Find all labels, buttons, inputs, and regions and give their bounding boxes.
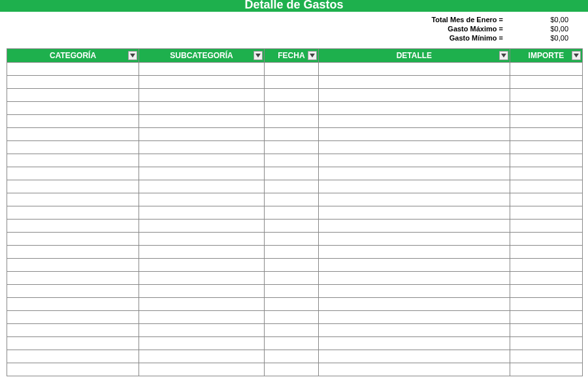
table-cell[interactable]: [139, 180, 265, 193]
filter-button[interactable]: [308, 51, 317, 60]
table-cell[interactable]: [510, 63, 582, 76]
table-cell[interactable]: [7, 350, 139, 363]
table-cell[interactable]: [7, 220, 139, 233]
table-cell[interactable]: [265, 246, 319, 259]
table-cell[interactable]: [7, 311, 139, 324]
table-cell[interactable]: [139, 167, 265, 180]
table-cell[interactable]: [510, 76, 582, 89]
table-cell[interactable]: [265, 89, 319, 102]
table-cell[interactable]: [510, 285, 582, 298]
table-cell[interactable]: [139, 233, 265, 246]
table-cell[interactable]: [318, 233, 510, 246]
table-cell[interactable]: [7, 102, 139, 115]
table-cell[interactable]: [318, 115, 510, 128]
table-cell[interactable]: [265, 285, 319, 298]
table-cell[interactable]: [7, 233, 139, 246]
table-cell[interactable]: [7, 337, 139, 350]
table-cell[interactable]: [139, 285, 265, 298]
table-cell[interactable]: [7, 115, 139, 128]
table-cell[interactable]: [7, 206, 139, 220]
table-cell[interactable]: [265, 102, 319, 115]
table-cell[interactable]: [510, 193, 582, 206]
table-cell[interactable]: [7, 259, 139, 272]
table-cell[interactable]: [139, 89, 265, 102]
table-cell[interactable]: [318, 154, 510, 167]
table-cell[interactable]: [139, 363, 265, 376]
table-cell[interactable]: [265, 115, 319, 128]
table-cell[interactable]: [139, 324, 265, 337]
table-cell[interactable]: [510, 102, 582, 115]
table-cell[interactable]: [7, 154, 139, 167]
table-cell[interactable]: [7, 298, 139, 311]
table-cell[interactable]: [265, 363, 319, 376]
table-cell[interactable]: [510, 115, 582, 128]
table-cell[interactable]: [265, 311, 319, 324]
table-cell[interactable]: [265, 220, 319, 233]
table-cell[interactable]: [139, 311, 265, 324]
table-cell[interactable]: [265, 154, 319, 167]
table-cell[interactable]: [318, 285, 510, 298]
table-cell[interactable]: [318, 363, 510, 376]
table-cell[interactable]: [7, 89, 139, 102]
table-cell[interactable]: [318, 259, 510, 272]
table-cell[interactable]: [139, 102, 265, 115]
table-cell[interactable]: [265, 233, 319, 246]
table-cell[interactable]: [318, 337, 510, 350]
table-cell[interactable]: [510, 206, 582, 220]
filter-button[interactable]: [499, 51, 508, 60]
table-cell[interactable]: [7, 63, 139, 76]
table-cell[interactable]: [139, 115, 265, 128]
table-cell[interactable]: [265, 63, 319, 76]
table-cell[interactable]: [265, 324, 319, 337]
table-cell[interactable]: [318, 350, 510, 363]
table-cell[interactable]: [318, 193, 510, 206]
table-cell[interactable]: [318, 272, 510, 285]
table-cell[interactable]: [318, 324, 510, 337]
table-cell[interactable]: [139, 259, 265, 272]
table-cell[interactable]: [318, 167, 510, 180]
table-cell[interactable]: [510, 298, 582, 311]
table-cell[interactable]: [7, 180, 139, 193]
filter-button[interactable]: [572, 51, 581, 60]
table-cell[interactable]: [265, 141, 319, 154]
table-cell[interactable]: [318, 63, 510, 76]
table-cell[interactable]: [7, 141, 139, 154]
table-cell[interactable]: [510, 220, 582, 233]
table-cell[interactable]: [265, 298, 319, 311]
table-cell[interactable]: [265, 350, 319, 363]
table-cell[interactable]: [139, 220, 265, 233]
table-cell[interactable]: [318, 220, 510, 233]
filter-button[interactable]: [128, 51, 137, 60]
table-cell[interactable]: [510, 180, 582, 193]
table-cell[interactable]: [510, 272, 582, 285]
table-cell[interactable]: [318, 180, 510, 193]
table-cell[interactable]: [318, 311, 510, 324]
table-cell[interactable]: [265, 272, 319, 285]
table-cell[interactable]: [7, 324, 139, 337]
table-cell[interactable]: [318, 206, 510, 220]
table-cell[interactable]: [7, 272, 139, 285]
table-cell[interactable]: [510, 233, 582, 246]
table-cell[interactable]: [139, 193, 265, 206]
table-cell[interactable]: [510, 141, 582, 154]
table-cell[interactable]: [510, 154, 582, 167]
table-cell[interactable]: [318, 102, 510, 115]
table-cell[interactable]: [510, 128, 582, 141]
filter-button[interactable]: [253, 51, 263, 60]
table-cell[interactable]: [139, 272, 265, 285]
table-cell[interactable]: [510, 337, 582, 350]
table-cell[interactable]: [510, 350, 582, 363]
table-cell[interactable]: [139, 154, 265, 167]
table-cell[interactable]: [318, 76, 510, 89]
table-cell[interactable]: [139, 337, 265, 350]
table-cell[interactable]: [318, 298, 510, 311]
table-cell[interactable]: [510, 246, 582, 259]
table-cell[interactable]: [139, 141, 265, 154]
table-cell[interactable]: [265, 259, 319, 272]
table-cell[interactable]: [7, 76, 139, 89]
table-cell[interactable]: [510, 167, 582, 180]
table-cell[interactable]: [510, 363, 582, 376]
table-cell[interactable]: [7, 285, 139, 298]
table-cell[interactable]: [265, 167, 319, 180]
table-cell[interactable]: [265, 206, 319, 220]
